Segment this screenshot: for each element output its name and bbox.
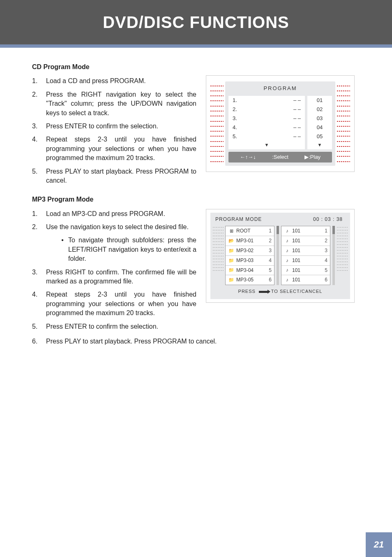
mp3-section: Load an MP3-CD and press PROGRAM. Use th… [32,208,360,335]
figure-decoration-right [337,226,348,285]
list-item: ⊞ROOT1 [226,226,274,236]
cd-section-title: CD Program Mode [32,63,360,72]
mp3-steps: Load an MP3-CD and press PROGRAM. Use th… [32,209,196,232]
mp3-step: Press ENTER to confirm the selection. [32,322,196,331]
list-item: ♪1016 [281,275,330,285]
program-panel-title: PROGRAM [225,81,335,95]
mp3-substep: To navigate through subfolders: press th… [57,236,196,263]
program-legend-bar: ←↑→↓ :Select ▶:Play [228,152,332,162]
page-title: DVD/DISC FUNCTIONS [103,13,289,32]
music-note-icon: ♪ [284,267,291,273]
list-item: ♪1012 [281,236,330,246]
music-note-icon: ♪ [284,248,291,254]
down-arrow-icon: ▼ [307,142,332,149]
list-item: 📁MP3-034 [226,256,274,266]
folder-list: ⊞ROOT1 📂MP3-012 📁MP3-023 📁MP3-034 📁MP3-0… [225,226,274,285]
program-slot-list: 1.– – 2.– – 3.– – 4.– – 5.– – ▼ [228,96,305,149]
scrollbar [332,226,335,285]
program-mode-label: PROGRAM MODE [215,216,262,223]
mp3-program-figure: PROGRAM MODE 00 : 03 : 38 ⊞ROOT1 📂MP3 [206,209,354,302]
track-number-list: 01 02 03 04 05 ▼ [307,96,332,149]
open-folder-icon: 📂 [228,238,235,244]
music-note-icon: ♪ [284,258,291,264]
music-note-icon: ♪ [284,277,291,283]
mp3-step: Load an MP3-CD and press PROGRAM. [32,209,196,218]
cd-step: Press PLAY to start playback. Press PROG… [32,167,196,186]
mp3-steps-cont: Press RIGHT to confirm. The confirmed fi… [32,268,196,331]
figure-decoration-right [337,81,350,166]
mp3-step: Press RIGHT to confirm. The confirmed fi… [32,268,196,286]
mp3-step: Press PLAY to start playback. Press PROG… [32,337,360,346]
scrollbar [277,226,279,285]
cd-step: Repeat steps 2-3 until you have finished… [32,135,196,162]
mp3-steps-full: Press PLAY to start playback. Press PROG… [32,337,360,346]
folder-icon: 📁 [228,277,235,283]
list-item: 📁MP3-045 [226,266,274,276]
figure-decoration-left [213,226,224,285]
list-item: ♪1011 [281,226,330,236]
mp3-section-title: MP3 Program Mode [32,195,360,204]
figure-decoration-left [210,81,224,166]
program-mode-footer: PRESS TO SELECT/CANCEL [210,285,350,296]
page-number-badge: 21 [366,532,392,557]
cd-step: Press ENTER to confirm the selection. [32,122,196,131]
cd-step: Press the RIGHT navigation key to select… [32,90,196,118]
select-label: :Select [264,153,297,161]
list-item: 📁MP3-056 [226,275,274,285]
track-list: ♪1011 ♪1012 ♪1013 ♪1014 ♪1015 ♪1016 [281,226,330,285]
play-label: ▶:Play [296,153,329,161]
page-content: CD Program Mode Load a CD and press PROG… [0,48,392,346]
mp3-step: Repeat steps 2-3 until you have finished… [32,290,196,318]
folder-icon: 📁 [228,258,235,264]
cd-program-figure: PROGRAM 1.– – 2.– – 3.– – 4.– – 5.– – ▼ [206,76,354,172]
list-item: 📁MP3-023 [226,246,274,256]
nav-arrows-icon: ←↑→↓ [232,153,264,161]
page-header: DVD/DISC FUNCTIONS [0,0,392,44]
list-item: ♪1014 [281,256,330,266]
elapsed-time: 00 : 03 : 38 [313,216,343,223]
music-note-icon: ♪ [284,238,291,244]
down-arrow-icon: ▼ [228,142,305,149]
music-note-icon: ♪ [284,228,291,234]
cd-steps: Load a CD and press PROGRAM. Press the R… [32,77,196,185]
cd-step: Load a CD and press PROGRAM. [32,77,196,86]
root-icon: ⊞ [228,228,235,234]
list-item: ♪1013 [281,246,330,256]
accent-divider [0,44,392,48]
folder-icon: 📁 [228,267,235,273]
mp3-step: Use the navigation keys to select the de… [32,223,196,232]
right-arrow-icon [259,291,268,293]
list-item: 📂MP3-012 [226,236,274,246]
cd-section: Load a CD and press PROGRAM. Press the R… [32,75,360,189]
folder-icon: 📁 [228,248,235,254]
list-item: ♪1015 [281,266,330,276]
